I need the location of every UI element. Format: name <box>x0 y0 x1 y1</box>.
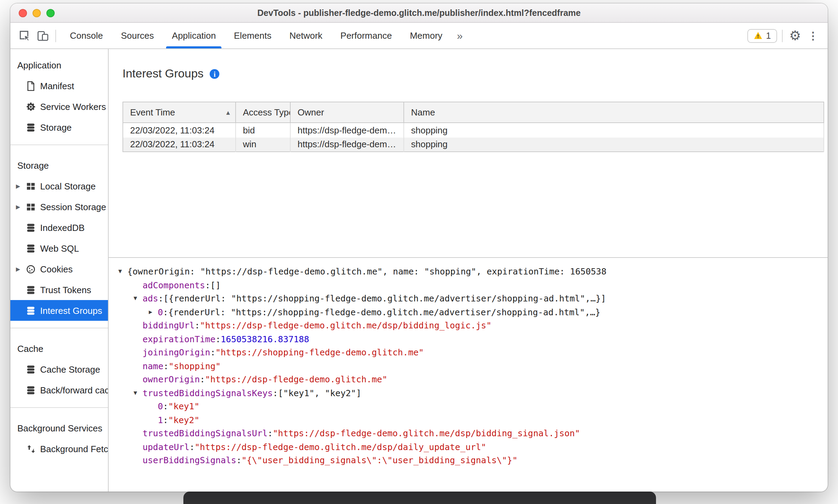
tree-string-value: "shopping" <box>168 359 221 373</box>
tree-string-value: "https://dsp-fledge-demo.glitch.me/dsp/b… <box>273 427 580 440</box>
tree-text: : <box>267 427 273 440</box>
tree-text: : <box>163 359 168 373</box>
table-cell: win <box>236 137 290 152</box>
tab-application[interactable]: Application <box>163 23 225 48</box>
sidebar-section-divider <box>10 328 108 328</box>
tree-line: updateUrl: "https://dsp-fledge-demo.glit… <box>134 440 828 454</box>
chevron-right-icon[interactable]: ▶ <box>16 204 25 210</box>
tree-line: trustedBiddingSignalsUrl: "https://dsp-f… <box>134 427 828 440</box>
sidebar-section-cache[interactable]: Cache <box>10 338 108 359</box>
tab-network[interactable]: Network <box>280 23 331 48</box>
close-window-button[interactable] <box>19 9 27 17</box>
application-sidebar: ApplicationManifestService WorkersStorag… <box>10 49 109 492</box>
sidebar-item-session-storage[interactable]: ▶Session Storage <box>10 196 108 217</box>
tree-collapse-arrow-icon[interactable]: ▼ <box>134 292 143 305</box>
sidebar-item-cookies[interactable]: ▶Cookies <box>10 259 108 279</box>
sidebar-item-label: Trust Tokens <box>40 284 91 295</box>
issues-warning-badge[interactable]: 1 <box>747 29 777 43</box>
table-cell: shopping <box>404 137 824 152</box>
tab-performance[interactable]: Performance <box>331 23 401 48</box>
sidebar-item-label: IndexedDB <box>40 222 85 233</box>
settings-gear-icon[interactable]: ⚙ <box>786 27 804 45</box>
sidebar-item-local-storage[interactable]: ▶Local Storage <box>10 176 108 196</box>
tree-text: : <box>216 332 221 346</box>
sidebar-section-divider <box>10 407 108 408</box>
devtools-window: DevTools - publisher-fledge-demo.glitch.… <box>10 3 828 492</box>
tree-line: 0: "key1" <box>149 400 828 413</box>
sidebar-section-storage[interactable]: Storage <box>10 155 108 176</box>
tree-collapse-arrow-icon[interactable]: ▼ <box>118 265 127 278</box>
tree-text: : <box>200 373 205 386</box>
tree-property-key: userBiddingSignals <box>143 454 236 467</box>
chevron-right-icon[interactable]: ▶ <box>16 183 25 189</box>
device-toolbar-icon[interactable] <box>34 27 52 45</box>
tree-property-key: 0 <box>158 400 163 413</box>
database-icon <box>25 305 36 316</box>
tree-line: 1: "key2" <box>149 413 828 427</box>
tree-collapse-arrow-icon[interactable]: ▼ <box>134 386 143 400</box>
tree-line: adComponents: [] <box>134 278 828 292</box>
zoom-window-button[interactable] <box>46 9 55 17</box>
tree-text: [{renderUrl: "https://shopping-fledge-de… <box>163 292 606 305</box>
info-icon[interactable]: i <box>210 69 219 79</box>
sidebar-item-back-forward-cache[interactable]: Back/forward cache <box>10 380 108 400</box>
tree-string-value: "{\"user_bidding_signals\":\"user_biddin… <box>242 454 518 467</box>
tree-property-key: updateUrl <box>143 440 189 454</box>
titlebar: DevTools - publisher-fledge-demo.glitch.… <box>10 3 828 23</box>
column-header-owner[interactable]: Owner <box>290 102 404 123</box>
column-header-label: Owner <box>298 107 324 118</box>
sidebar-item-service-workers[interactable]: Service Workers <box>10 96 108 117</box>
table-row[interactable]: 22/03/2022, 11:03:24winhttps://dsp-fledg… <box>123 137 824 152</box>
table-icon <box>25 180 36 192</box>
tree-property-key: name <box>143 359 163 373</box>
inspect-element-icon[interactable] <box>16 27 34 45</box>
interest-groups-grid-pane: Interest Groups i Event Time▲Access Type… <box>109 49 828 257</box>
tree-text: : <box>273 386 278 400</box>
database-icon <box>25 364 36 375</box>
more-tabs-icon[interactable]: » <box>452 30 468 41</box>
sidebar-item-trust-tokens[interactable]: Trust Tokens <box>10 279 108 300</box>
tree-property-key: adComponents <box>143 278 205 292</box>
tab-console[interactable]: Console <box>61 23 112 48</box>
tree-line: ▼trustedBiddingSignalsKeys: ["key1", "ke… <box>134 386 828 400</box>
sidebar-item-label: Manifest <box>40 81 74 91</box>
sidebar-item-label: Cookies <box>40 264 73 274</box>
column-header-label: Event Time <box>130 107 175 118</box>
database-icon <box>25 243 36 254</box>
tree-text: : <box>163 305 168 319</box>
column-header-event-time[interactable]: Event Time▲ <box>123 102 236 123</box>
minimize-window-button[interactable] <box>33 9 41 17</box>
sidebar-item-web-sql[interactable]: Web SQL <box>10 238 108 259</box>
gear-icon <box>25 101 36 112</box>
tree-number-value: 1650538216.837188 <box>221 332 309 346</box>
tree-text: ["key1", "key2"] <box>278 386 361 400</box>
sidebar-item-storage[interactable]: Storage <box>10 117 108 138</box>
sidebar-item-interest-groups[interactable]: Interest Groups <box>10 300 108 321</box>
sidebar-item-label: Local Storage <box>40 181 95 191</box>
kebab-menu-icon[interactable]: ⋮ <box>804 27 822 45</box>
sidebar-item-cache-storage[interactable]: Cache Storage <box>10 359 108 380</box>
sidebar-item-background-fetch[interactable]: Background Fetch <box>10 438 108 459</box>
table-row[interactable]: 22/03/2022, 11:03:24bidhttps://dsp-fledg… <box>123 123 824 137</box>
tree-line: ▼{ownerOrigin: "https://dsp-fledge-demo.… <box>118 265 828 278</box>
tab-elements[interactable]: Elements <box>225 23 280 48</box>
chevron-right-icon[interactable]: ▶ <box>16 266 25 272</box>
sort-ascending-icon: ▲ <box>225 109 231 116</box>
tree-expand-arrow-icon[interactable]: ▶ <box>149 305 158 319</box>
sidebar-item-indexeddb[interactable]: IndexedDB <box>10 217 108 238</box>
sidebar-item-manifest[interactable]: Manifest <box>10 75 108 96</box>
sidebar-section-background-services[interactable]: Background Services <box>10 418 108 438</box>
tree-text: : <box>236 454 242 467</box>
sidebar-section-application[interactable]: Application <box>10 55 108 75</box>
tab-sources[interactable]: Sources <box>112 23 163 48</box>
tree-string-value: "key2" <box>168 413 199 427</box>
tree-property-key: ads <box>143 292 158 305</box>
sidebar-item-label: Storage <box>40 122 72 132</box>
column-header-label: Name <box>411 107 435 118</box>
database-icon <box>25 284 36 295</box>
tab-memory[interactable]: Memory <box>401 23 452 48</box>
interest-groups-table: Event Time▲Access TypeOwnerName 22/03/20… <box>122 102 824 152</box>
column-header-name[interactable]: Name <box>404 102 824 123</box>
document-icon <box>25 80 36 91</box>
column-header-access-type[interactable]: Access Type <box>236 102 290 123</box>
